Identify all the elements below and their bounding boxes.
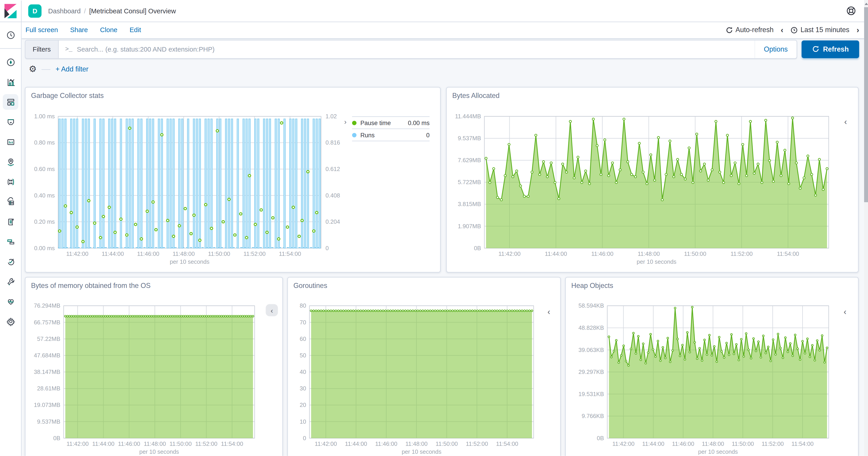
bytes-allocated-chart[interactable]: 11:42:0011:44:0011:46:0011:48:0011:50:00…: [447, 88, 859, 273]
legend-expand-icon[interactable]: ‹: [844, 117, 847, 126]
refresh-button[interactable]: Refresh: [802, 40, 859, 58]
full-screen-button[interactable]: Full screen: [26, 26, 58, 34]
svg-text:57.22MB: 57.22MB: [37, 336, 60, 342]
auto-refresh-button[interactable]: Auto-refresh: [725, 26, 774, 34]
sidebar-item-logs[interactable]: [3, 214, 18, 229]
legend-expand-icon[interactable]: ‹: [266, 304, 278, 316]
app-sidebar: [0, 22, 22, 456]
svg-text:11:44:00: 11:44:00: [545, 251, 567, 257]
breadcrumb-dashboard[interactable]: Dashboard: [48, 7, 81, 15]
svg-text:per 10 seconds: per 10 seconds: [170, 259, 210, 265]
svg-text:3.815MB: 3.815MB: [458, 201, 481, 207]
sidebar-item-maps[interactable]: [3, 154, 18, 170]
svg-text:47.684MB: 47.684MB: [34, 352, 60, 359]
sidebar-item-dev-tools[interactable]: [3, 274, 18, 289]
svg-text:5.722MB: 5.722MB: [458, 179, 481, 185]
svg-text:58.594KB: 58.594KB: [579, 303, 604, 309]
edit-button[interactable]: Edit: [129, 26, 141, 34]
legend-collapse-icon[interactable]: ›: [344, 118, 346, 125]
time-forward-button[interactable]: ›: [857, 26, 859, 34]
sidebar-item-canvas[interactable]: [3, 114, 18, 130]
ml-icon: [6, 177, 16, 187]
svg-text:per 10 seconds: per 10 seconds: [698, 449, 738, 455]
time-back-button[interactable]: ‹: [781, 26, 783, 34]
svg-text:11:54:00: 11:54:00: [777, 251, 799, 257]
filters-button[interactable]: Filters: [26, 40, 59, 58]
time-range-button[interactable]: Last 15 minutes: [790, 26, 849, 34]
add-filter-button[interactable]: + Add filter: [56, 65, 89, 73]
logs-icon: [6, 217, 16, 226]
svg-text:11:52:00: 11:52:00: [195, 440, 217, 447]
scrollbar-up-arrow[interactable]: [864, 2, 868, 6]
svg-text:11:54:00: 11:54:00: [221, 440, 243, 447]
goroutines-chart[interactable]: 11:42:0011:44:0011:46:0011:48:0011:50:00…: [288, 278, 561, 456]
svg-text:9.766KB: 9.766KB: [582, 413, 604, 419]
space-avatar[interactable]: D: [28, 4, 41, 18]
sidebar-item-discover[interactable]: [3, 54, 18, 70]
sidebar-item-visualize[interactable]: [3, 74, 18, 90]
dashboard-toolbar: Full screen Share Clone Edit Auto-refres…: [22, 22, 868, 39]
svg-text:per 10 seconds: per 10 seconds: [139, 449, 179, 455]
svg-text:11:48:00: 11:48:00: [144, 440, 166, 447]
svg-text:60: 60: [300, 336, 306, 342]
sidebar-divider: [0, 48, 21, 49]
help-menu-button[interactable]: [846, 6, 856, 16]
sidebar-item-reporting[interactable]: [3, 134, 18, 150]
svg-text:48.828KB: 48.828KB: [579, 324, 604, 331]
heap-objects-chart[interactable]: 11:42:0011:44:0011:46:0011:48:0011:50:00…: [566, 278, 859, 456]
svg-text:per 10 seconds: per 10 seconds: [637, 259, 677, 265]
sidebar-item-monitoring[interactable]: [3, 293, 18, 309]
frame-icon: [6, 137, 16, 147]
svg-text:11:48:00: 11:48:00: [638, 251, 660, 257]
svg-text:40: 40: [300, 369, 306, 375]
sidebar-item-recent[interactable]: [3, 27, 18, 43]
compass-icon: [6, 57, 16, 67]
svg-text:0.20 ms: 0.20 ms: [34, 219, 55, 225]
svg-text:11:44:00: 11:44:00: [345, 440, 367, 447]
filter-settings-gear-icon[interactable]: ⚙: [29, 65, 37, 74]
svg-text:11:44:00: 11:44:00: [642, 440, 664, 447]
panel-goroutines: Goroutines 11:42:0011:44:0011:46:0011:48…: [287, 277, 561, 456]
svg-text:11:46:00: 11:46:00: [672, 440, 694, 447]
kibana-window: D Dashboard / [Metricbeat Consul] Overvi…: [0, 0, 868, 456]
svg-text:11:46:00: 11:46:00: [591, 251, 614, 257]
svg-text:29.297KB: 29.297KB: [579, 369, 604, 375]
refresh-icon: [812, 46, 819, 53]
panel-heap-objects: Heap Objects 11:42:0011:44:0011:46:0011:…: [565, 277, 859, 456]
search-input[interactable]: [76, 40, 754, 58]
legend-expand-icon[interactable]: ‹: [844, 307, 846, 316]
sidebar-item-machine-learning[interactable]: [3, 174, 18, 190]
sidebar-item-dashboard[interactable]: [3, 94, 18, 110]
chart-legend: Pause time 0.00 ms Runs 0: [352, 116, 430, 141]
svg-text:11:42:00: 11:42:00: [612, 440, 634, 447]
svg-text:11:46:00: 11:46:00: [118, 440, 140, 447]
scrollbar-thumb[interactable]: [864, 7, 868, 202]
chart-icon: [6, 77, 16, 87]
sidebar-item-management[interactable]: [3, 313, 18, 329]
console-prompt-icon: >_: [59, 40, 76, 58]
svg-text:0.816: 0.816: [326, 139, 340, 146]
window-scrollbar[interactable]: [864, 0, 868, 456]
svg-text:20: 20: [300, 402, 306, 408]
dashboard-content: Full screen Share Clone Edit Auto-refres…: [22, 22, 868, 456]
svg-text:11:50:00: 11:50:00: [169, 440, 192, 447]
options-button[interactable]: Options: [754, 40, 797, 58]
sidebar-item-infrastructure[interactable]: [3, 194, 18, 209]
filter-dash: [42, 69, 51, 69]
svg-text:0.60 ms: 0.60 ms: [34, 166, 55, 172]
header-bar: D Dashboard / [Metricbeat Consul] Overvi…: [0, 0, 868, 22]
legend-item-runs[interactable]: Runs 0: [352, 129, 430, 141]
share-button[interactable]: Share: [70, 26, 88, 34]
legend-expand-icon[interactable]: ‹: [548, 307, 550, 316]
kibana-logo[interactable]: [0, 0, 22, 21]
svg-text:0.40 ms: 0.40 ms: [34, 192, 55, 199]
garbage-collector-chart[interactable]: 11:42:0011:44:0011:46:0011:48:0011:50:00…: [26, 88, 441, 273]
sidebar-item-apm[interactable]: [3, 234, 18, 249]
cloud-server-icon: [6, 197, 16, 206]
clone-button[interactable]: Clone: [100, 26, 118, 34]
svg-text:0.80 ms: 0.80 ms: [34, 139, 55, 146]
sidebar-item-uptime[interactable]: [3, 254, 18, 269]
svg-text:11:52:00: 11:52:00: [762, 440, 784, 447]
os-memory-chart[interactable]: 11:42:0011:44:0011:46:0011:48:0011:50:00…: [26, 278, 283, 456]
legend-item-pause-time[interactable]: Pause time 0.00 ms: [352, 116, 430, 129]
